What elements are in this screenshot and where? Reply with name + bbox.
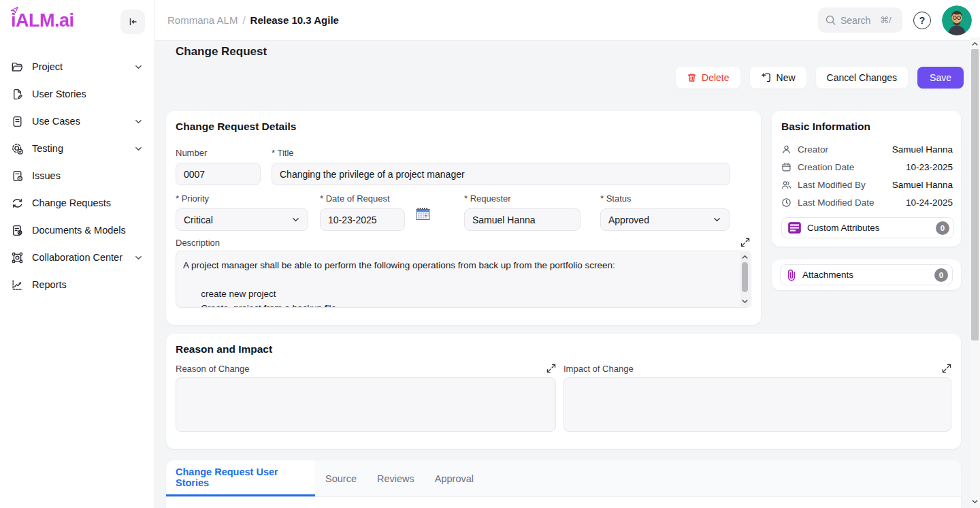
sidebar-item-label: Change Requests	[32, 197, 144, 208]
sidebar-collapse-button[interactable]	[120, 10, 145, 34]
sidebar-item-label: Project	[32, 61, 134, 72]
delete-button[interactable]: Delete	[676, 67, 740, 89]
scroll-down-icon[interactable]	[741, 298, 749, 305]
calendar-picker-button[interactable]	[416, 206, 430, 221]
trash-icon	[687, 72, 697, 83]
custom-attributes-count-badge: 0	[936, 221, 949, 235]
sidebar-item-project[interactable]: Project	[0, 53, 154, 80]
sync-arrows-icon	[11, 197, 24, 210]
tab-label: Approval	[435, 473, 474, 484]
status-label: * Status	[600, 193, 730, 204]
expand-impact-icon[interactable]	[942, 364, 951, 373]
creator-row: Creator Samuel Hanna	[781, 140, 953, 158]
requester-field[interactable]	[464, 208, 581, 231]
page-scrollbar[interactable]	[970, 37, 980, 508]
sidebar-item-collaboration-center[interactable]: Collaboration Center	[0, 244, 154, 271]
folder-icon	[11, 61, 24, 74]
sidebar-item-testing[interactable]: Testing	[0, 135, 154, 162]
tab-approval[interactable]: Approval	[425, 460, 484, 496]
sidebar-item-documents-models[interactable]: Documents & Models	[0, 217, 154, 244]
details-section-title: Change Request Details	[176, 121, 751, 133]
sidebar-item-change-requests[interactable]: Change Requests	[0, 189, 154, 217]
clock-icon	[781, 197, 792, 208]
users-icon	[781, 179, 792, 190]
attachments-label: Attachments	[802, 270, 928, 280]
status-select[interactable]: Approved	[600, 208, 730, 231]
search-box[interactable]: ⌘/	[818, 7, 902, 33]
sidebar-item-label: Testing	[32, 143, 134, 154]
basic-info-title: Basic Information	[781, 121, 953, 133]
cancel-changes-button[interactable]: Cancel Changes	[816, 67, 909, 89]
search-input[interactable]	[840, 15, 876, 26]
tab-source[interactable]: Source	[315, 460, 367, 496]
chevron-down-icon	[713, 215, 721, 224]
description-scrollbar[interactable]	[740, 252, 750, 306]
description-textarea[interactable]: A project manager shall be able to perfo…	[176, 251, 751, 308]
number-field[interactable]	[176, 163, 261, 185]
save-button-label: Save	[930, 72, 951, 83]
priority-label: * Priority	[176, 193, 308, 204]
tab-label: Change Request User Stories	[176, 466, 306, 488]
last-modified-by-value: Samuel Hanna	[892, 180, 953, 190]
reason-of-change-textarea[interactable]	[176, 377, 556, 432]
document-lines-icon	[11, 115, 24, 128]
cancel-changes-label: Cancel Changes	[827, 72, 898, 83]
scroll-down-icon[interactable]	[971, 498, 979, 505]
topbar: Rommana ALM / Release 10.3 Agile ⌘/ ?	[155, 0, 980, 41]
expand-reason-icon[interactable]	[546, 364, 556, 373]
new-button[interactable]: New	[750, 67, 806, 89]
sidebar-item-user-stories[interactable]: User Stories	[0, 80, 154, 108]
sidebar-item-label: Use Cases	[32, 116, 134, 127]
related-tabs-card: Change Request User Stories Source Revie…	[166, 460, 961, 508]
tab-reviews[interactable]: Reviews	[367, 460, 425, 496]
search-shortcut-hint: ⌘/	[880, 15, 892, 25]
app-logo: iALM.ai	[11, 10, 74, 31]
scroll-up-icon[interactable]	[971, 40, 979, 48]
sidebar-item-reports[interactable]: Reports	[0, 271, 154, 298]
app-window: iALM.ai Project User Stories	[0, 0, 980, 508]
date-of-request-field[interactable]: 10-23-2025	[320, 208, 405, 231]
breadcrumb-current: Release 10.3 Agile	[250, 14, 339, 26]
question-mark-icon: ?	[919, 15, 926, 26]
basic-information-card: Basic Information Creator Samuel Hanna C…	[772, 111, 961, 247]
sidebar-item-use-cases[interactable]: Use Cases	[0, 108, 154, 135]
scrollbar-thumb[interactable]	[971, 49, 979, 340]
save-button[interactable]: Save	[917, 67, 964, 89]
collapse-sidebar-icon	[127, 16, 139, 28]
reason-of-change-label: Reason of Change	[176, 364, 249, 374]
scrollbar-thumb[interactable]	[742, 262, 748, 292]
page-title: Change Request	[176, 45, 267, 59]
tab-label: Reviews	[377, 473, 414, 484]
custom-attributes-icon	[788, 222, 801, 234]
creation-date-label: Creation Date	[798, 162, 906, 172]
logo-arrow-icon	[10, 6, 19, 14]
creation-date-row: Creation Date 10-23-2025	[781, 158, 953, 176]
attachments-button[interactable]: Attachments 0	[780, 264, 953, 285]
breadcrumb-separator: /	[242, 14, 245, 26]
status-value: Approved	[608, 215, 713, 225]
attachments-card: Attachments 0	[772, 259, 961, 290]
help-button[interactable]: ?	[913, 12, 931, 29]
description-label: Description	[176, 238, 220, 248]
last-modified-by-row: Last Modified By Samuel Hanna	[781, 176, 953, 193]
breadcrumb-root[interactable]: Rommana ALM	[167, 14, 238, 26]
impact-of-change-textarea[interactable]	[564, 377, 951, 432]
sidebar-item-issues[interactable]: Issues	[0, 162, 154, 189]
chevron-down-icon	[291, 215, 300, 224]
main-content: Change Request Delete New Cancel Changes…	[155, 41, 970, 508]
scroll-up-icon[interactable]	[741, 253, 749, 261]
chevron-down-icon	[134, 62, 144, 72]
file-edit-icon	[11, 88, 24, 101]
title-field[interactable]	[272, 163, 730, 185]
avatar-image	[942, 5, 972, 35]
reason-impact-title: Reason and Impact	[176, 343, 951, 355]
tab-change-request-user-stories[interactable]: Change Request User Stories	[166, 460, 315, 496]
delete-button-label: Delete	[702, 72, 729, 83]
search-icon	[825, 14, 836, 26]
expand-description-icon[interactable]	[740, 238, 750, 247]
priority-select[interactable]: Critical	[176, 208, 308, 231]
date-of-request-label: * Date of Request	[320, 193, 405, 204]
last-modified-date-label: Last Modified Date	[798, 197, 906, 208]
custom-attributes-button[interactable]: Custom Attributes 0	[781, 217, 954, 238]
user-avatar[interactable]	[942, 5, 972, 35]
